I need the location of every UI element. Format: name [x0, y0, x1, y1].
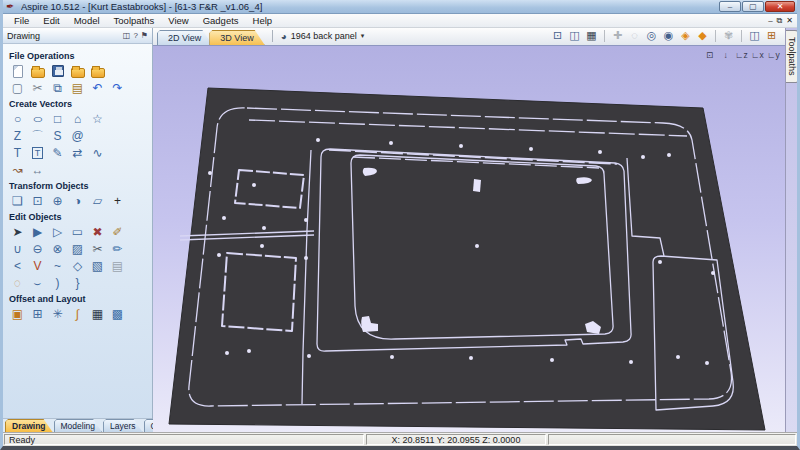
fillet-corner-icon[interactable]: < [9, 258, 26, 274]
trace-bitmap-icon[interactable]: ↝ [9, 162, 26, 178]
trim-icon[interactable]: ✂ [89, 241, 106, 257]
top-view-icon[interactable]: ↓ [719, 49, 732, 61]
toolpaths-tab[interactable]: Toolpaths [786, 30, 799, 83]
tab-layers[interactable]: Layers [103, 419, 143, 432]
status-spacer [548, 434, 796, 445]
circular-copy-icon[interactable]: ✳ [49, 306, 66, 322]
tab-drawing[interactable]: Drawing [5, 419, 53, 432]
draw-circle-icon[interactable]: ○ [9, 111, 26, 127]
save-drawing-icon[interactable] [49, 63, 66, 79]
help-icon[interactable]: ? [133, 31, 137, 40]
nesting-icon[interactable]: ▦ [89, 306, 106, 322]
fit-curves-icon[interactable]: ▧ [89, 258, 106, 274]
array-copy-icon[interactable]: ⊞ [29, 306, 46, 322]
menu-model[interactable]: Model [67, 14, 107, 28]
dock-panel-icon[interactable]: ◫ [123, 31, 131, 40]
delete-icon[interactable]: ✖ [89, 224, 106, 240]
mirror-icon[interactable]: ◑ [69, 193, 86, 209]
join-smooth-icon[interactable]: } [69, 275, 86, 291]
menu-edit[interactable]: Edit [36, 14, 66, 28]
job-setup-icon[interactable]: ▢ [9, 80, 26, 96]
along-x-view-icon[interactable]: ∟x [751, 49, 764, 61]
tab-modeling[interactable]: Modeling [54, 419, 103, 432]
move-objects-icon[interactable]: ❏ [9, 193, 26, 209]
new-drawing-icon[interactable] [9, 63, 26, 79]
distort-icon[interactable]: ▱ [89, 193, 106, 209]
draw-polyline-icon[interactable]: Z [9, 128, 26, 144]
zoom-drawing-icon[interactable]: ◉ [661, 29, 676, 43]
draw-arc-icon[interactable]: ⌒ [29, 128, 46, 144]
hatch-icon[interactable]: ▨ [69, 241, 86, 257]
iso-view-icon[interactable]: ⊡ [703, 49, 716, 61]
edit-picture-icon[interactable]: ▤ [109, 258, 126, 274]
join-line-icon[interactable]: ) [49, 275, 66, 291]
draw-polygon-icon[interactable]: ⌂ [69, 111, 86, 127]
tab-2d-view[interactable]: 2D View [157, 30, 212, 45]
text-on-curve-icon[interactable]: ∿ [89, 145, 106, 161]
multi-view-layout-icon[interactable]: ⊞ [764, 29, 779, 43]
menu-view[interactable]: View [161, 14, 195, 28]
3d-viewport[interactable]: ⊡↓∟z∟x∟y [153, 46, 785, 432]
draw-text-icon[interactable]: T [9, 145, 26, 161]
undo-icon[interactable]: ↶ [89, 80, 106, 96]
minimize-button[interactable]: – [719, 1, 741, 12]
draw-rectangle-icon[interactable]: □ [49, 111, 66, 127]
close-vector-icon[interactable]: ◇ [69, 258, 86, 274]
along-y-view-icon[interactable]: ∟y [767, 49, 780, 61]
select-icon[interactable]: ➤ [9, 224, 26, 240]
offset-vectors-icon[interactable]: ▣ [9, 306, 26, 322]
open-drawing-icon[interactable] [29, 63, 46, 79]
draw-text-box-icon[interactable]: T [29, 145, 46, 161]
smooth-icon[interactable]: ✏ [109, 241, 126, 257]
guides-toggle-icon[interactable]: ◫ [567, 29, 582, 43]
dimension-icon[interactable]: ↔ [29, 162, 46, 178]
draw-curve-icon[interactable]: S [49, 128, 66, 144]
align-objects-icon[interactable]: + [109, 193, 126, 209]
text-spacing-icon[interactable]: ⇄ [69, 145, 86, 161]
rotate-icon[interactable]: ⊕ [49, 193, 66, 209]
mdi-minimize-icon[interactable]: – [768, 16, 772, 26]
menu-file[interactable]: File [7, 14, 36, 28]
tab-3d-view[interactable]: 3D View [209, 30, 264, 45]
draw-star-icon[interactable]: ☆ [89, 111, 106, 127]
fillet-tool-icon[interactable]: ✐ [109, 224, 126, 240]
snap-toggle-icon[interactable]: ⊡ [550, 29, 565, 43]
weld-icon[interactable]: ∪ [9, 241, 26, 257]
model-selector[interactable]: ◕ 1964 back panel ▾ [281, 31, 365, 42]
edit-text-icon[interactable]: ✎ [49, 145, 66, 161]
sharpen-corner-icon[interactable]: V [29, 258, 46, 274]
pin-icon[interactable]: ⚑ [141, 31, 148, 40]
draw-ellipse-icon[interactable]: ○ [29, 111, 46, 127]
zoom-extents-icon[interactable]: ◈ [678, 29, 693, 43]
single-view-layout-icon[interactable]: ◫ [747, 29, 762, 43]
copy-icon[interactable]: ⧉ [49, 80, 66, 96]
intersect-icon[interactable]: ⊗ [49, 241, 66, 257]
copy-along-vector-icon[interactable]: ∫ [69, 306, 86, 322]
measure-icon[interactable]: ▭ [69, 224, 86, 240]
export-vectors-icon[interactable] [89, 63, 106, 79]
along-z-view-icon[interactable]: ∟z [735, 49, 748, 61]
import-vectors-icon[interactable] [69, 63, 86, 79]
draw-spiral-icon[interactable]: @ [69, 128, 86, 144]
zoom-selected-icon[interactable]: ◆ [695, 29, 710, 43]
cut-icon[interactable]: ✂ [29, 80, 46, 96]
set-size-icon[interactable]: ⊡ [29, 193, 46, 209]
node-edit-icon[interactable]: ▶ [29, 224, 46, 240]
zoom-window-icon[interactable]: ◎ [644, 29, 659, 43]
true-shape-nest-icon[interactable]: ▩ [109, 306, 126, 322]
edit-multiple-icon[interactable]: ▷ [49, 224, 66, 240]
close-button[interactable]: ✕ [765, 1, 795, 12]
maximize-button[interactable]: ▢ [742, 1, 764, 12]
menu-toolpaths[interactable]: Toolpaths [107, 14, 162, 28]
redo-icon[interactable]: ↷ [109, 80, 126, 96]
paste-icon[interactable]: ▤ [69, 80, 86, 96]
fair-curve-icon[interactable]: ~ [49, 258, 66, 274]
grid-toggle-icon[interactable]: ▦ [584, 29, 599, 43]
join-curve-icon[interactable]: ⌣ [29, 275, 46, 291]
mdi-restore-icon[interactable]: ⧉ [777, 16, 783, 26]
menu-help[interactable]: Help [246, 14, 280, 28]
join-vectors-icon[interactable]: ◌ [9, 275, 26, 291]
subtract-icon[interactable]: ⊖ [29, 241, 46, 257]
menu-gadgets[interactable]: Gadgets [196, 14, 246, 28]
mdi-close-icon[interactable]: ✕ [786, 16, 793, 26]
